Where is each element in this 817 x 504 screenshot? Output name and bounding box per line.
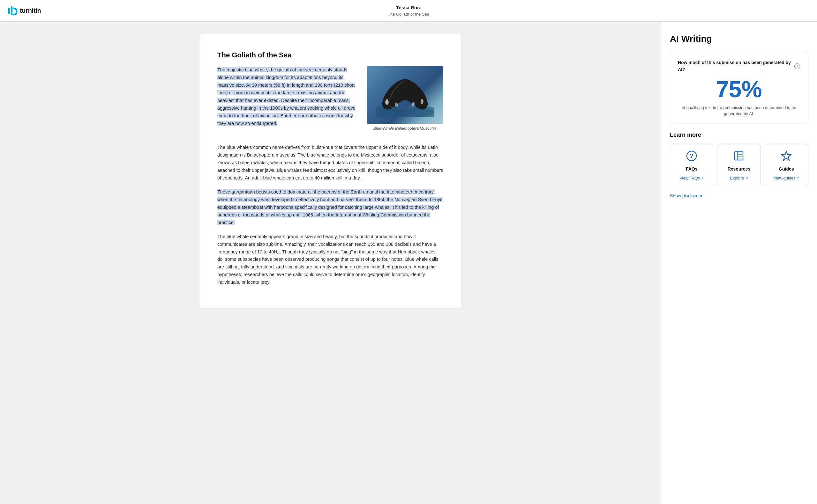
doc-image-block: Blue-Whale Balaenoptera Musculus	[367, 66, 443, 132]
resources-card[interactable]: Resources Explore ↗	[717, 144, 761, 186]
turnitin-logo: turnitin	[8, 6, 41, 16]
faqs-card[interactable]: ? FAQs View FAQs ↗	[670, 144, 713, 186]
logo-text-label: turnitin	[20, 6, 41, 16]
header-center: Tessa Ruiz The Goliath of the Sea	[388, 4, 429, 18]
guides-external-icon: ↗	[797, 176, 799, 181]
faqs-icon: ?	[686, 150, 697, 163]
whale-tail-svg	[376, 76, 434, 117]
guides-icon	[781, 150, 792, 163]
ai-highlighted-text-1: The majestic blue whale, the goliath of …	[217, 67, 356, 126]
sidebar: AI Writing How much of this submission h…	[661, 22, 817, 504]
faqs-link-text: View FAQs	[680, 175, 700, 181]
show-disclaimer-link[interactable]: Show disclaimer	[670, 193, 703, 198]
ai-question-text: How much of this submission has been gen…	[678, 59, 792, 73]
ai-question-row: How much of this submission has been gen…	[678, 59, 800, 73]
doc-section-intro: Blue-Whale Balaenoptera Musculus The maj…	[217, 66, 443, 137]
faqs-link[interactable]: View FAQs ↗	[680, 175, 704, 181]
learn-more-cards: ? FAQs View FAQs ↗	[670, 144, 808, 186]
doc-paragraph-4: The blue whale certainly appears grand i…	[217, 233, 443, 286]
header-user-name: Tessa Ruiz	[388, 4, 429, 11]
disclaimer-label: Show disclaimer	[670, 193, 703, 198]
ai-percentage: 75%	[678, 78, 800, 101]
sidebar-title: AI Writing	[670, 32, 808, 46]
svg-rect-0	[8, 8, 10, 14]
header-doc-title: The Goliath of the Sea	[388, 11, 429, 18]
resources-external-icon: ↗	[745, 176, 748, 181]
svg-marker-10	[782, 151, 791, 160]
document-title: The Goliath of the Sea	[217, 50, 443, 61]
resources-card-title: Resources	[728, 166, 751, 173]
faqs-external-icon: ↗	[701, 176, 704, 181]
ai-description: of qualifying text in this submission ha…	[678, 105, 800, 117]
guides-link[interactable]: View guides ↗	[773, 175, 799, 181]
logo-area: turnitin	[8, 6, 41, 16]
learn-more-title: Learn more	[670, 131, 808, 140]
document-card: The Goliath of the Sea	[199, 34, 461, 308]
guides-card[interactable]: Guides View guides ↗	[765, 144, 808, 186]
ai-highlighted-text-3: These gargantuan beasts used to dominate…	[217, 189, 443, 225]
app-header: turnitin Tessa Ruiz The Goliath of the S…	[0, 0, 817, 22]
turnitin-logo-icon	[8, 6, 18, 16]
document-area: The Goliath of the Sea	[0, 22, 661, 504]
svg-rect-1	[11, 6, 12, 15]
info-icon[interactable]: i	[794, 63, 800, 69]
whale-image	[367, 66, 443, 124]
doc-paragraph-3: These gargantuan beasts used to dominate…	[217, 188, 443, 227]
guides-card-title: Guides	[779, 166, 794, 173]
learn-more-section: Learn more ? FAQs View FAQs ↗	[670, 131, 808, 200]
main-layout: The Goliath of the Sea	[0, 22, 817, 504]
svg-text:?: ?	[690, 153, 694, 159]
svg-rect-5	[735, 152, 743, 160]
guides-link-text: View guides	[773, 175, 796, 181]
resources-link[interactable]: Explore ↗	[730, 175, 748, 181]
doc-paragraph-2: The blue whale's common name derives fro…	[217, 144, 443, 182]
resources-icon	[733, 150, 745, 163]
image-caption: Blue-Whale Balaenoptera Musculus	[367, 126, 443, 132]
resources-link-text: Explore	[730, 175, 744, 181]
ai-score-card: How much of this submission has been gen…	[670, 52, 808, 124]
faqs-card-title: FAQs	[686, 166, 698, 173]
